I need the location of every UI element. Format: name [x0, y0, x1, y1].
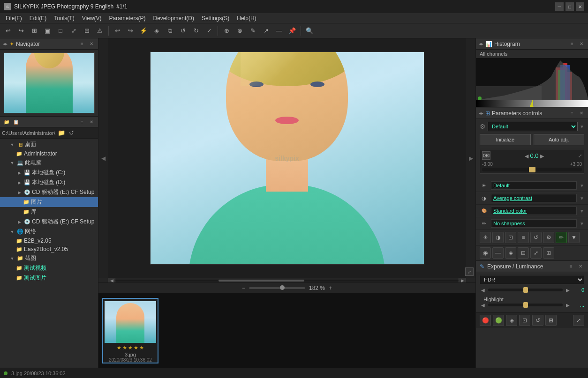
- toolbar-rotate-r[interactable]: ↻: [190, 25, 202, 37]
- toolbar-single[interactable]: ▣: [41, 25, 53, 37]
- color-select[interactable]: Standard color: [491, 207, 577, 215]
- ev-slider-thumb[interactable]: [529, 167, 535, 172]
- color-tool-3[interactable]: ◈: [506, 315, 517, 326]
- nav-collapse-icon[interactable]: ◂▸: [3, 41, 8, 46]
- tree-item-drive-c[interactable]: ▶ 💾 本地磁盘 (C:): [0, 168, 98, 178]
- minimize-button[interactable]: ─: [555, 2, 564, 11]
- highlight-slider-thumb[interactable]: [523, 302, 528, 308]
- hist-menu-icon[interactable]: ≡: [568, 40, 576, 48]
- toolbar-redo[interactable]: ↪: [124, 25, 136, 37]
- toolbar-grid[interactable]: ⊞: [28, 25, 40, 37]
- hist-collapse-icon[interactable]: ◂▸: [479, 41, 483, 46]
- h-scrollbar[interactable]: ◀ ▶: [98, 278, 475, 282]
- highlight-right-arrow[interactable]: ▶: [565, 303, 571, 308]
- histogram-gradient-slider[interactable]: [476, 100, 588, 107]
- menu-development[interactable]: Development(D): [150, 14, 198, 22]
- tool-btn-13[interactable]: ⤢: [530, 247, 542, 259]
- tool-btn-9[interactable]: ◉: [480, 247, 491, 259]
- toolbar-dash[interactable]: —: [273, 25, 285, 37]
- menu-parameters[interactable]: Parameters(P): [106, 14, 150, 22]
- tree-item-test-video[interactable]: 📁 测试视频: [0, 263, 98, 273]
- toolbar-undo[interactable]: ↩: [111, 25, 123, 37]
- toolbar-select2[interactable]: ⊗: [234, 25, 246, 37]
- h-scroll-thumb[interactable]: [219, 280, 304, 282]
- fullscreen-button[interactable]: ⤢: [465, 267, 474, 276]
- toolbar-multi[interactable]: ⊟: [81, 25, 93, 37]
- tree-item-library[interactable]: 📁 库: [0, 207, 98, 217]
- highlight-left-arrow[interactable]: ◀: [480, 303, 486, 308]
- maximize-button[interactable]: □: [565, 2, 574, 11]
- ev-expand-icon[interactable]: ⤢: [578, 153, 582, 158]
- file-close-icon[interactable]: ✕: [88, 118, 95, 126]
- prev-image-button[interactable]: ◀: [98, 38, 108, 278]
- file-menu-icon[interactable]: ≡: [78, 118, 86, 126]
- params-collapse-icon[interactable]: ◂▸: [479, 111, 483, 116]
- hist-close-icon[interactable]: ✕: [578, 40, 585, 48]
- tool-btn-2[interactable]: ◑: [492, 232, 504, 243]
- tool-btn-14[interactable]: ⊞: [543, 247, 554, 259]
- toolbar-batch[interactable]: ◈: [151, 25, 163, 37]
- toolbar-back[interactable]: ↩: [2, 25, 14, 37]
- color-tool-6[interactable]: ⊞: [545, 315, 557, 326]
- exposure-close-icon[interactable]: ✕: [577, 263, 584, 270]
- toolbar-copy[interactable]: ⧉: [164, 25, 176, 37]
- toolbar-edit[interactable]: ✎: [247, 25, 259, 37]
- hist-slider-marker[interactable]: [530, 102, 534, 107]
- hdr-select[interactable]: HDR: [480, 275, 584, 284]
- tree-item-network[interactable]: ▼ 🌐 网络: [0, 227, 98, 237]
- color-tool-5[interactable]: ↺: [532, 315, 543, 326]
- zoom-out-btn[interactable]: −: [242, 285, 245, 291]
- tree-item-drive-d[interactable]: ▶ 💾 本地磁盘 (D:): [0, 178, 98, 187]
- tree-item-easy2boot[interactable]: 📁 Easy2Boot_v2.05: [0, 245, 98, 253]
- toolbar-export[interactable]: ↗: [260, 25, 272, 37]
- tree-item-drive-e1[interactable]: ▶ 💿 CD 驱动器 (E:) CF Setup: [0, 187, 98, 197]
- params-menu-icon[interactable]: ≡: [568, 110, 576, 117]
- auto-adj-button[interactable]: Auto adj.: [534, 134, 585, 145]
- hdr-left-arrow[interactable]: ◀: [480, 288, 486, 293]
- tool-btn-7[interactable]: ✏: [556, 232, 567, 243]
- path-browse-btn[interactable]: 📁: [57, 129, 66, 137]
- zoom-slider[interactable]: [249, 287, 305, 289]
- menu-view[interactable]: View(V): [78, 14, 106, 22]
- menu-settings[interactable]: Settings(S): [198, 14, 233, 22]
- ev-left-arrow[interactable]: ◀: [525, 153, 528, 159]
- tool-btn-4[interactable]: ≡: [518, 232, 529, 243]
- color-tool-2[interactable]: 🟢: [493, 315, 504, 326]
- menu-edit[interactable]: Edit(E): [26, 14, 51, 22]
- toolbar-compare[interactable]: □: [54, 25, 67, 37]
- tool-btn-10[interactable]: —: [492, 247, 504, 259]
- hdr-slider-thumb[interactable]: [523, 287, 528, 293]
- tool-btn-1[interactable]: ☀: [480, 232, 491, 243]
- h-scroll-track[interactable]: [115, 280, 459, 282]
- ev-slider-track[interactable]: [482, 168, 582, 171]
- nav-close-icon[interactable]: ✕: [88, 40, 95, 48]
- toolbar-fit[interactable]: ⤢: [68, 25, 80, 37]
- toolbar-check[interactable]: ✓: [203, 25, 215, 37]
- tool-btn-3[interactable]: ⊡: [505, 232, 516, 243]
- tool-btn-11[interactable]: ◈: [505, 247, 516, 259]
- color-tool-4[interactable]: ⊡: [519, 315, 530, 326]
- path-refresh-btn[interactable]: ↺: [68, 129, 76, 137]
- toolbar-warn[interactable]: ⚠: [94, 25, 106, 37]
- toolbar-forward[interactable]: ↪: [15, 25, 27, 37]
- filmstrip-item-0[interactable]: ★ ★ ★ ★ ★ 3.jpg 2020/08/23 10:36:02: [102, 298, 158, 363]
- gear-icon[interactable]: ⚙: [480, 123, 486, 130]
- menu-tools[interactable]: Tools(T): [50, 14, 78, 22]
- menu-help[interactable]: Help(H): [233, 14, 260, 22]
- toolbar-rotate-l[interactable]: ↺: [177, 25, 189, 37]
- next-image-button[interactable]: ▶: [466, 38, 475, 278]
- toolbar-search[interactable]: 🔍: [303, 25, 316, 37]
- tree-item-admin[interactable]: 📁 Administrator: [0, 149, 98, 158]
- color-tool-1[interactable]: 🔴: [480, 315, 491, 326]
- tree-item-drive-e2[interactable]: ▶ 💿 CD 驱动器 (E:) CF Setup: [0, 217, 98, 227]
- tree-item-e2b[interactable]: 📁 E2B_v2.05: [0, 237, 98, 245]
- hdr-slider-track[interactable]: [488, 289, 563, 291]
- contrast-select[interactable]: Average contrast: [491, 194, 577, 202]
- file-tree[interactable]: ▼ 🖥 桌面 📁 Administrator ▼ 💻 此电脑 ▶ 💾: [0, 139, 98, 368]
- image-viewer[interactable]: ◀: [98, 38, 475, 278]
- hdr-right-arrow[interactable]: ▶: [565, 288, 571, 293]
- params-close-icon[interactable]: ✕: [578, 110, 585, 117]
- zoom-in-btn[interactable]: +: [329, 285, 332, 291]
- close-button[interactable]: ✕: [576, 2, 584, 11]
- file-note-icon[interactable]: 📋: [12, 118, 20, 126]
